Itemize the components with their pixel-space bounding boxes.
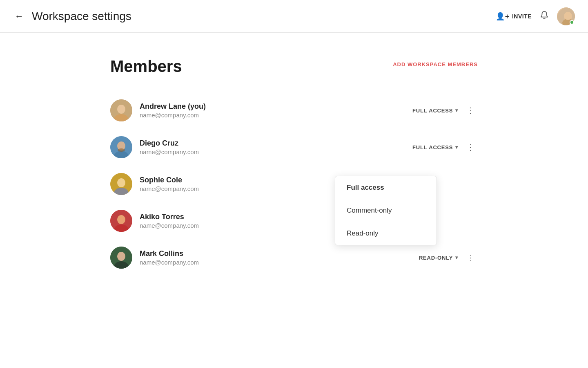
avatar-svg-2 (110, 136, 132, 158)
dropdown-option-label: Read-only (347, 229, 379, 237)
access-dropdown-button-5[interactable]: READ-ONLY ▾ (419, 255, 458, 261)
svg-point-15 (117, 215, 125, 224)
header-right: 👤+ INVITE (496, 7, 575, 25)
member-name: Mark Collins (140, 249, 199, 258)
access-label: FULL ACCESS (412, 108, 453, 114)
member-info: Akiko Torres name@company.com (110, 210, 199, 232)
member-access-control: FULL ACCESS ▾ ⋮ (412, 141, 478, 153)
access-dropdown-button-1[interactable]: FULL ACCESS ▾ (412, 108, 458, 114)
dropdown-option-label: Comment-only (347, 206, 392, 214)
avatar-svg-3 (110, 173, 132, 195)
member-access-control: FULL ACCESS ▾ ⋮ (412, 105, 478, 116)
table-row: Diego Cruz name@company.com FULL ACCESS … (110, 129, 478, 166)
member-avatar (110, 99, 132, 121)
online-status-dot (570, 20, 574, 25)
member-text-info: Diego Cruz name@company.com (140, 139, 199, 155)
dropdown-option-label: Full access (347, 184, 384, 191)
header: ← Workspace settings 👤+ INVITE (0, 0, 588, 33)
members-title: Members (110, 57, 182, 76)
avatar-svg-1 (110, 99, 132, 121)
dropdown-item-comment-only[interactable]: Comment-only (335, 199, 437, 222)
access-dropdown-button-2[interactable]: FULL ACCESS ▾ (412, 144, 458, 150)
page-title: Workspace settings (32, 10, 131, 23)
member-email: name@company.com (140, 259, 199, 266)
member-name: Diego Cruz (140, 139, 199, 148)
member-access-control: READ-ONLY ▾ ⋮ (419, 252, 478, 263)
member-info: Sophie Cole name@company.com (110, 173, 199, 195)
user-avatar[interactable] (557, 7, 575, 25)
chevron-down-icon: ▾ (455, 255, 458, 260)
bell-icon (540, 11, 549, 20)
notifications-button[interactable] (540, 11, 549, 22)
table-row: Andrew Lane (you) name@company.com FULL … (110, 92, 478, 129)
avatar-svg-5 (110, 247, 132, 269)
invite-button[interactable]: 👤+ INVITE (496, 12, 532, 21)
section-header: Members ADD WORKSPACE MEMBERS (110, 57, 478, 76)
member-email: name@company.com (140, 185, 199, 192)
more-options-button-1[interactable]: ⋮ (463, 105, 478, 116)
member-info: Diego Cruz name@company.com (110, 136, 199, 158)
back-arrow-icon: ← (15, 11, 24, 22)
more-options-button-5[interactable]: ⋮ (463, 252, 478, 263)
member-email: name@company.com (140, 112, 206, 119)
member-info: Mark Collins name@company.com (110, 247, 199, 269)
svg-point-12 (117, 178, 125, 187)
dropdown-item-full-access[interactable]: Full access (335, 176, 437, 199)
back-button[interactable]: ← (13, 9, 25, 23)
invite-label: INVITE (512, 13, 532, 20)
add-person-icon: 👤+ (496, 12, 510, 21)
main-content: Members ADD WORKSPACE MEMBERS Andrew Lan… (0, 33, 588, 276)
member-text-info: Akiko Torres name@company.com (140, 213, 199, 229)
member-text-info: Andrew Lane (you) name@company.com (140, 102, 206, 119)
svg-point-3 (564, 13, 572, 20)
member-text-info: Mark Collins name@company.com (140, 249, 199, 266)
member-avatar (110, 210, 132, 232)
access-dropdown-menu: Full access Comment-only Read-only (335, 176, 437, 245)
avatar-svg-4 (110, 210, 132, 232)
member-avatar (110, 247, 132, 269)
member-email: name@company.com (140, 148, 199, 155)
member-name: Sophie Cole (140, 176, 199, 184)
chevron-down-icon: ▾ (455, 144, 458, 150)
member-email: name@company.com (140, 222, 199, 229)
member-avatar (110, 136, 132, 158)
member-avatar (110, 173, 132, 195)
svg-point-5 (117, 105, 125, 114)
header-left: ← Workspace settings (13, 9, 131, 23)
member-name: Akiko Torres (140, 213, 199, 221)
member-name: Andrew Lane (you) (140, 102, 206, 111)
add-workspace-members-button[interactable]: ADD WORKSPACE MEMBERS (393, 57, 478, 67)
member-text-info: Sophie Cole name@company.com (140, 176, 199, 192)
more-options-button-2[interactable]: ⋮ (463, 141, 478, 153)
member-info: Andrew Lane (you) name@company.com (110, 99, 206, 121)
chevron-down-icon: ▾ (455, 108, 458, 113)
access-label: READ-ONLY (419, 255, 453, 261)
svg-point-18 (117, 252, 125, 261)
access-label: FULL ACCESS (412, 144, 453, 150)
dropdown-item-read-only[interactable]: Read-only (335, 222, 437, 245)
svg-point-10 (118, 148, 125, 152)
